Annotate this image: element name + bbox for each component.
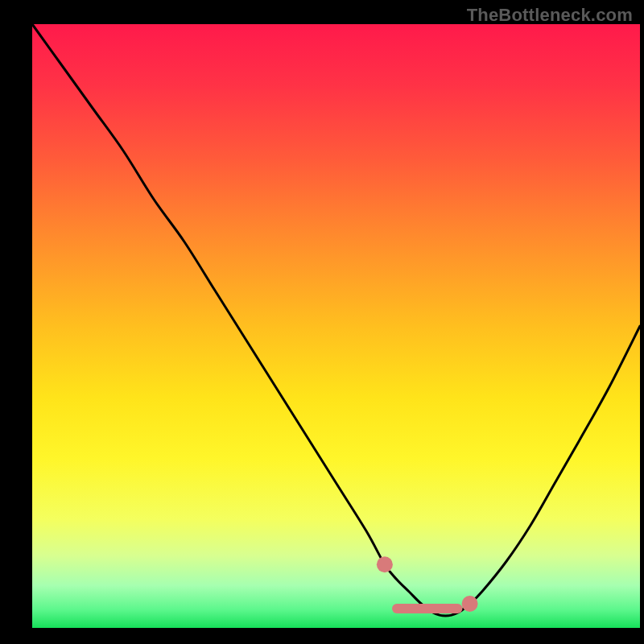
bottleneck-chart <box>0 0 644 644</box>
gradient-background <box>32 24 640 628</box>
watermark-text: TheBottleneck.com <box>467 5 633 26</box>
chart-frame: TheBottleneck.com <box>0 0 644 644</box>
curve-marker <box>462 596 478 612</box>
curve-marker <box>377 556 393 572</box>
